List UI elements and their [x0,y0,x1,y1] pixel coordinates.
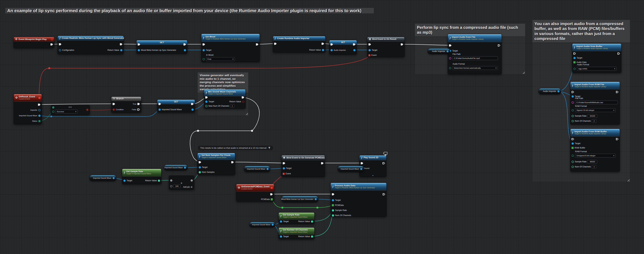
input-pin-target[interactable]: Target [202,48,211,52]
exec-pin[interactable] [231,161,234,163]
output-pin-pcmdata[interactable]: PCMData [261,198,273,201]
enum-pin[interactable] [38,120,40,122]
variable-getter-audio-importer-getter-2[interactable]: Audio Importer [538,88,561,94]
object-pin[interactable] [124,180,126,182]
node-header[interactable]: Event Blueprint Begin Play [14,37,54,42]
node-header[interactable]: ƒImport Audio From RAW BufferTarget is R… [570,129,620,136]
object-pin[interactable] [353,49,356,51]
reroute-node[interactable] [197,130,199,132]
node-header[interactable]: OnResult_EventCustom Event [14,94,42,102]
exec-pin[interactable] [321,162,324,164]
input-pin-exec[interactable] [283,161,285,165]
input-pin-audio-format[interactable] [449,66,451,70]
node-set-num-samples-per-chunk[interactable]: ƒSet Num Samples Per ChunkTarget is Impo… [197,153,235,175]
node-set-audio-importer[interactable]: SETAudio Importer [329,40,357,54]
node-header[interactable]: SET [329,40,357,45]
node-header[interactable]: ƒCreate Runtime Audio Importer [273,36,325,41]
dropdown-field[interactable]: Determine format automatically▾ [452,66,498,70]
object-pin[interactable] [572,142,574,145]
input-pin-configuration[interactable]: Configuration [59,48,74,52]
node-get-sample-rate-1[interactable]: ƒGet Sample RateTarget is Imported Sound… [122,169,162,184]
exec-pin[interactable] [383,193,385,196]
input-pin-sample-rate[interactable]: Sample Rate44100 [572,114,597,118]
node-bind-event-on-generate-pcmdata[interactable]: Bind Event to On Generate PCMDataTargetE… [282,155,325,177]
node-divide[interactable]: ÷Add pin⊕100 [169,176,194,190]
input-pin-exec[interactable] [368,42,371,46]
node-process-audio-data[interactable]: ƒProcess Audio DataTarget is Realistic M… [330,183,386,217]
input-pin-event[interactable]: Event [368,53,376,57]
dropdown-field[interactable]: ogg vorbis▾ [577,67,616,70]
output-pin-exec[interactable] [616,137,618,141]
node-get-sample-rate-2[interactable]: ƒGet Sample RateTarget is Imported Sound… [278,212,314,224]
exec-pin[interactable] [112,103,115,105]
exec-pin[interactable] [191,103,194,105]
int-pin[interactable] [332,214,334,216]
input-pin-exec[interactable] [274,42,277,46]
output-pin-exec[interactable] [50,42,53,46]
output-pin-exec[interactable] [616,90,618,94]
input-pin-pcmdata[interactable]: PCMData [332,203,344,207]
input-pin-raw-format[interactable] [572,154,574,158]
output-pin-importer[interactable]: Importer [30,108,40,112]
blueprint-graph-canvas[interactable]: An example of lip sync performed during … [0,0,644,254]
delegate-pin[interactable] [283,173,284,175]
node-header[interactable]: OnGeneratePCMData_EventCustom Event [236,184,274,192]
object-pin[interactable] [558,90,560,92]
object-pin[interactable] [202,49,205,51]
variable-getter-imported-sound-wave-getter-3[interactable]: Imported Sound Wave [244,166,270,172]
output-pin-object[interactable] [192,108,194,112]
text-field[interactable]: C:\Folder\SomeRAWAudio.raw [575,100,618,104]
object-pin[interactable] [158,108,161,111]
input-pin-exec[interactable] [572,137,574,141]
object-pin[interactable] [59,49,61,51]
exec-pin[interactable] [120,43,122,46]
input-pin-exec[interactable] [332,192,334,196]
exec-pin[interactable] [138,103,140,105]
object-pin[interactable] [192,108,194,111]
output-pin-exec[interactable] [383,192,385,196]
node-import-audio-from-buffer[interactable]: ƒImport Audio from BufferTarget is Runti… [572,44,622,73]
object-pin[interactable] [360,168,362,170]
exec-pin[interactable] [283,162,285,164]
exec-pin[interactable] [401,43,403,46]
input-pin-num-of-channels[interactable]: Num Of Channels1 [572,165,596,168]
output-pin-imported-sound-wave[interactable]: Imported Sound Wave [19,114,40,118]
exec-pin[interactable] [138,108,140,111]
output-pin-exec[interactable] [401,42,403,46]
bool-pin[interactable] [86,109,88,111]
value-field[interactable]: 44100 [588,114,597,118]
output-pin-exec[interactable] [382,161,385,165]
object-pin[interactable] [283,167,285,170]
output-pin-return-value[interactable]: Return Value [145,179,160,182]
variable-getter-imported-sound-wave-getter-1[interactable]: Imported Sound Wave [164,165,188,170]
node-create-realistic-lipsync[interactable]: ƒCreate Realistic Meta Human Lip Sync wi… [58,36,124,54]
output-pin-bool[interactable] [86,108,88,112]
reroute-node[interactable] [50,116,52,117]
input-pin-exec[interactable] [572,90,574,94]
node-ongeneratepcmdata-event[interactable]: OnGeneratePCMData_EventCustom EventPCMDa… [236,184,274,202]
output-pin-exec[interactable] [322,42,324,46]
input-pin-target[interactable]: Target [574,56,582,60]
wild-pin[interactable] [170,180,172,182]
input-pin-condition[interactable]: Condition [112,108,124,112]
output-pin-exec[interactable] [242,96,244,99]
delegate-pin[interactable] [38,97,40,99]
input-pin-exec[interactable] [574,52,576,55]
enum-pin[interactable] [202,58,205,60]
output-pin-exec[interactable] [231,160,234,164]
int-pin[interactable] [332,209,334,212]
node-import-audio-from-raw-file[interactable]: ƒImport Audio From RAW FileTarget is Run… [570,82,620,124]
output-pin-exec[interactable] [270,192,273,196]
output-pin-return-value[interactable]: Return Value [309,48,324,52]
exec-pin[interactable] [498,44,500,46]
int-pin[interactable] [572,115,574,117]
output-pin-return-value[interactable]: Return Value [298,220,313,223]
node-header[interactable]: Branch [112,97,141,101]
input-pin-mood-meta-human-lip-sync-generator[interactable]: Mood Meta Human Lip Sync Generator [138,48,176,52]
dropdown-field[interactable]: Success▾ [55,110,78,114]
exec-pin[interactable] [574,52,576,55]
exec-pin[interactable] [368,43,371,46]
node-header[interactable]: SET [136,40,187,45]
node-comment-bubble[interactable]: This needs to be called so that audio is… [198,146,273,150]
input-pin-enum[interactable] [52,106,54,109]
